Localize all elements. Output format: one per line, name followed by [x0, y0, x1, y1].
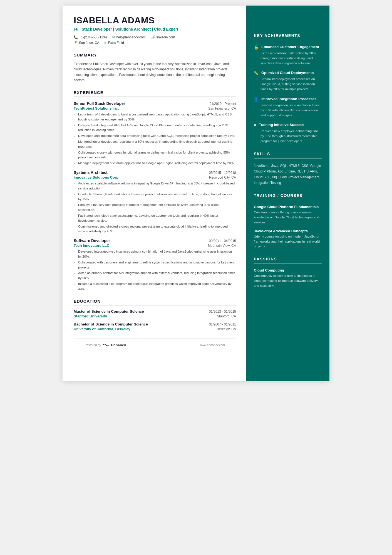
bullet-item: Initiated a successful pilot program for… — [78, 282, 236, 292]
bullet-item: Developed integrated web interfaces usin… — [78, 249, 236, 259]
achievements-section-title: KEY ACHIEVEMENTS — [254, 33, 322, 40]
bullet-item: Employed industry best practices in proj… — [78, 203, 236, 213]
achievement-4-desc: Reduced new employee onboarding time by … — [254, 129, 322, 144]
bullet-item: Mentored junior developers, resulting in… — [78, 139, 236, 149]
edu-1-dates: 01/2013 - 01/2015 — [209, 310, 236, 314]
edu-2-school: University of California, Berkeley — [74, 327, 130, 331]
job-2-company: Innovative Solutions Corp. — [74, 175, 120, 179]
candidate-title: Full Stack Developer | Solutions Archite… — [74, 27, 236, 31]
edu-1-degree: Master of Science in Computer Science — [74, 309, 144, 314]
bullet-item: Designed and integrated RESTful APIs on … — [78, 123, 236, 133]
brand-name: Enhancv — [111, 343, 126, 347]
bullet-item: Facilitated technology stack assessments… — [78, 213, 236, 223]
bullet-item: Commissioned and directed a cross-region… — [78, 224, 236, 234]
job-1-title: Senior Full Stack Developer — [74, 101, 125, 106]
job-2-location: Redwood City, CA — [209, 176, 236, 179]
skills-section-title: SKILLS — [254, 152, 322, 159]
bullet-item: Led a team of 8 developers to build a cu… — [78, 112, 236, 122]
edu-2-location: Berkeley, CA — [217, 327, 236, 331]
job-3-company: Tech Innovators LLC — [74, 243, 109, 248]
achievement-2: ✏️ Optimized Cloud Deployments Streamlin… — [254, 71, 322, 92]
phone-contact: 📞 +1-(234)-555-1234 — [74, 35, 107, 39]
job-3: Software Developer 09/2011 - 04/2015 Tec… — [74, 238, 236, 292]
website-value: linkedin.com — [157, 35, 175, 39]
job-3-title: Software Developer — [74, 238, 110, 243]
bullet-item: Managed deployment of custom application… — [78, 161, 236, 166]
job-2-dates: 05/2015 - 12/2018 — [209, 171, 236, 175]
page-footer: Powered by Enhancv www.enhancv.com — [74, 338, 236, 352]
achievement-3-desc: Slashed integration issue resolution tim… — [254, 103, 322, 118]
job-2-title: Systems Architect — [74, 170, 108, 175]
edu-1-location: Stanford, CA — [217, 314, 236, 318]
education-section: EDUCATION Master of Science in Computer … — [74, 299, 236, 331]
star-icon: ☆ — [104, 41, 107, 45]
skills-text: JavaScript, Java, SQL, HTML5, CSS, Googl… — [254, 163, 322, 186]
achievement-1: 🔒 Enhanced Customer Engagement Increased… — [254, 45, 322, 66]
passion-1: Cloud Computing Continuously exploring n… — [254, 268, 322, 288]
phone-icon: 📞 — [74, 35, 78, 39]
link-icon: 🔗 — [151, 35, 155, 39]
achievement-2-title: Optimized Cloud Deployments — [261, 71, 314, 75]
location-value: San Jose, CA — [79, 41, 99, 45]
bullet-item: Collaborated closely with cross-function… — [78, 150, 236, 160]
achievement-4-icon: ♥ — [254, 123, 256, 127]
edu-2-degree: Bachelor of Science in Computer Science — [74, 322, 148, 326]
achievement-1-icon: 🔒 — [254, 45, 259, 50]
job-1: Senior Full Stack Developer 01/2019 - Pr… — [74, 101, 236, 166]
passions-section-title: PASSIONS — [254, 257, 322, 264]
course-2-title: JavaScript Advanced Concepts — [254, 229, 322, 233]
enhancv-logo-icon — [103, 343, 109, 347]
right-sidebar: KEY ACHIEVEMENTS 🔒 Enhanced Customer Eng… — [246, 6, 329, 381]
summary-text: Experienced Full Stack Developer with ov… — [74, 61, 236, 83]
email-contact: ✉ help@enhancv.com — [112, 35, 145, 39]
achievement-3-icon: 👤 — [254, 97, 259, 102]
job-1-location: San Francisco, CA — [208, 107, 236, 110]
location-contact: 📍 San Jose, CA — [74, 41, 99, 45]
achievement-3-title: Improved Integration Processes — [261, 97, 316, 102]
experience-section: EXPERIENCE Senior Full Stack Developer 0… — [74, 90, 236, 292]
bullet-item: Developed and implemented data processin… — [78, 134, 236, 139]
achievement-1-desc: Increased customer interaction by 30% th… — [254, 51, 322, 66]
bullet-item: Architected scalable software solutions … — [78, 181, 236, 191]
email-value: help@enhancv.com — [116, 35, 145, 39]
powered-by-text: Powered by — [85, 343, 101, 347]
job-3-dates: 09/2011 - 04/2015 — [209, 239, 236, 243]
website-contact: 🔗 linkedin.com — [151, 35, 175, 39]
job-3-location: Mountain View, CA — [208, 244, 236, 248]
achievement-3: 👤 Improved Integration Processes Slashed… — [254, 97, 322, 118]
passion-1-title: Cloud Computing — [254, 268, 322, 272]
achievement-2-desc: Streamlined deployment processes on Goog… — [254, 77, 322, 92]
education-title: EDUCATION — [74, 299, 236, 305]
footer-website: www.enhancv.com — [200, 343, 225, 347]
job-2-bullets: Architected scalable software solutions … — [74, 181, 236, 234]
experience-title: EXPERIENCE — [74, 90, 236, 97]
course-2: JavaScript Advanced Concepts Udemy cours… — [254, 229, 322, 249]
course-1-title: Google Cloud Platform Fundamentals — [254, 205, 322, 209]
job-1-bullets: Led a team of 8 developers to build a cu… — [74, 112, 236, 166]
extra-field-contact: ☆ Extra Field — [104, 41, 124, 45]
location-icon: 📍 — [74, 41, 78, 45]
email-icon: ✉ — [112, 35, 115, 39]
job-2: Systems Architect 05/2015 - 12/2018 Inno… — [74, 170, 236, 234]
passion-1-desc: Continuously exploring new technologies … — [254, 273, 322, 288]
bullet-item: Conducted thorough risk evaluations to e… — [78, 192, 236, 202]
achievement-4: ♥ Training Initiative Success Reduced ne… — [254, 123, 322, 144]
achievement-1-title: Enhanced Customer Engagement — [261, 45, 319, 50]
summary-section: SUMMARY Experienced Full Stack Developer… — [74, 53, 236, 83]
candidate-name: ISABELLA ADAMS — [74, 16, 236, 25]
edu-1-school: Stanford University — [74, 314, 107, 318]
summary-title: SUMMARY — [74, 53, 236, 59]
course-2-desc: Udemy course focusing on modern JavaScri… — [254, 234, 322, 249]
edu-2-dates: 01/2007 - 01/2011 — [209, 322, 236, 326]
job-3-bullets: Developed integrated web interfaces usin… — [74, 249, 236, 292]
extra-field-value: Extra Field — [108, 41, 124, 45]
achievement-2-icon: ✏️ — [254, 71, 259, 75]
job-1-company: TechProject Solutions Inc. — [74, 106, 119, 110]
edu-2: Bachelor of Science in Computer Science … — [74, 322, 236, 331]
job-1-dates: 01/2019 - Present — [210, 102, 236, 106]
phone-value: +1-(234)-555-1234 — [79, 35, 107, 39]
course-1: Google Cloud Platform Fundamentals Cours… — [254, 205, 322, 225]
achievement-4-title: Training Initiative Success — [259, 123, 304, 127]
edu-1: Master of Science in Computer Science 01… — [74, 309, 236, 318]
course-1-desc: Coursera course offering comprehensive k… — [254, 210, 322, 225]
